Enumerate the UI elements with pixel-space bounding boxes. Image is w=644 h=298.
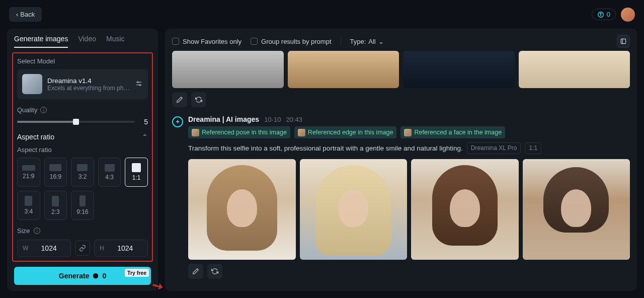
generation-title: Dreamina | AI images — [188, 115, 259, 123]
aspect-3-4[interactable]: 3:4 — [17, 191, 40, 220]
tab-images[interactable]: Generate images — [14, 35, 68, 48]
regenerate-button[interactable] — [207, 264, 222, 279]
result-image[interactable] — [188, 159, 296, 260]
link-dimensions-icon[interactable] — [75, 241, 90, 256]
info-icon[interactable]: i — [34, 228, 40, 234]
aspect-1-1[interactable]: 1:1 — [125, 158, 148, 187]
size-label: Size — [17, 227, 30, 235]
model-tag: Dreamina XL Pro — [467, 142, 521, 154]
select-model-label: Select Model — [17, 57, 148, 65]
result-row — [188, 159, 630, 260]
edit-button[interactable] — [188, 264, 203, 279]
info-icon[interactable]: i — [40, 107, 47, 113]
svg-point-5 — [93, 273, 99, 279]
coin-icon — [597, 11, 604, 18]
coin-icon — [92, 272, 99, 279]
star-icon: ✦ — [172, 116, 183, 127]
sidebar: Generate images Video Music Select Model… — [7, 29, 158, 291]
height-input[interactable]: H 1024 — [94, 240, 148, 257]
aspect-ratio-toggle[interactable]: Aspect ratio ⌃ — [17, 133, 148, 141]
try-free-badge: Try free — [125, 269, 149, 277]
chevron-up-icon: ⌃ — [142, 133, 148, 141]
chevron-left-icon: ‹ — [16, 11, 18, 18]
top-bar: ‹ Back 0 — [0, 0, 644, 29]
ref-face-tag[interactable]: Referenced a face in the image — [400, 126, 505, 138]
back-button[interactable]: ‹ Back — [9, 7, 42, 22]
svg-point-3 — [137, 82, 139, 83]
result-thumbnail[interactable] — [403, 51, 515, 88]
regenerate-button[interactable] — [191, 92, 206, 107]
result-image[interactable] — [300, 159, 408, 260]
settings-icon[interactable] — [135, 80, 143, 89]
edit-button[interactable] — [172, 92, 187, 107]
generation-block: ✦ Dreamina | AI images 10-10 20:43 Refer… — [172, 115, 630, 285]
generation-date: 10-10 — [264, 116, 281, 123]
width-value: 1024 — [32, 244, 65, 252]
aspect-ratio-sublabel: Aspect ratio — [17, 146, 148, 154]
group-checkbox[interactable]: Group results by prompt — [251, 38, 331, 45]
svg-point-4 — [139, 84, 141, 86]
tab-video[interactable]: Video — [78, 35, 96, 48]
back-label: Back — [20, 11, 35, 18]
annotation-arrow-icon: ➘ — [149, 277, 167, 296]
height-value: 1024 — [108, 244, 142, 252]
quality-label: Quality — [17, 106, 37, 114]
type-filter[interactable]: Type: All ⌄ — [350, 38, 384, 45]
model-name: Dreamina v1.4 — [47, 77, 130, 85]
quality-slider[interactable]: 5 — [17, 118, 148, 126]
results-panel: Show Favorites only Group results by pro… — [165, 29, 637, 291]
credits-value: 0 — [607, 11, 610, 18]
result-thumbnail[interactable] — [172, 51, 284, 88]
ratio-tag: 1:1 — [525, 142, 541, 154]
svg-rect-6 — [621, 39, 625, 43]
aspect-4-3[interactable]: 4:3 — [98, 158, 121, 187]
model-thumbnail — [22, 74, 42, 94]
result-image[interactable] — [411, 159, 519, 260]
result-image[interactable] — [523, 159, 630, 260]
aspect-3-2[interactable]: 3:2 — [71, 158, 94, 187]
chevron-down-icon: ⌄ — [378, 38, 384, 45]
mode-tabs: Generate images Video Music — [14, 35, 151, 48]
aspect-2-3[interactable]: 2:3 — [44, 191, 67, 220]
result-thumbnail[interactable] — [519, 51, 630, 88]
ref-pose-tag[interactable]: Referenced pose in this image — [188, 126, 290, 138]
result-thumbnail[interactable] — [288, 51, 399, 88]
favorites-checkbox[interactable]: Show Favorites only — [172, 38, 242, 45]
annotation-highlight: Select Model Dreamina v1.4 Excels at eve… — [12, 52, 153, 262]
model-selector[interactable]: Dreamina v1.4 Excels at everything from … — [17, 69, 148, 99]
prompt-text: Transform this selfie into a soft, profe… — [188, 143, 463, 154]
aspect-16-9[interactable]: 16:9 — [44, 158, 67, 187]
aspect-21-9[interactable]: 21:9 — [17, 158, 40, 187]
width-input[interactable]: W 1024 — [17, 240, 71, 257]
aspect-9-16[interactable]: 9:16 — [71, 191, 94, 220]
credits-pill[interactable]: 0 — [592, 9, 616, 20]
quality-value: 5 — [141, 118, 148, 126]
generate-label: Generate — [59, 272, 90, 280]
bookmark-button[interactable] — [617, 35, 630, 48]
generate-cost: 0 — [102, 272, 106, 280]
ref-edge-tag[interactable]: Referenced edge in this image — [294, 126, 397, 138]
tab-music[interactable]: Music — [106, 35, 125, 48]
model-description: Excels at everything from photoreali... — [47, 85, 130, 92]
result-row — [172, 51, 630, 88]
user-avatar[interactable] — [621, 8, 635, 22]
generation-time: 20:43 — [286, 116, 302, 123]
filter-bar: Show Favorites only Group results by pro… — [172, 35, 630, 48]
divider — [341, 37, 341, 45]
generate-button[interactable]: Generate 0 Try free ➘ — [14, 267, 151, 285]
